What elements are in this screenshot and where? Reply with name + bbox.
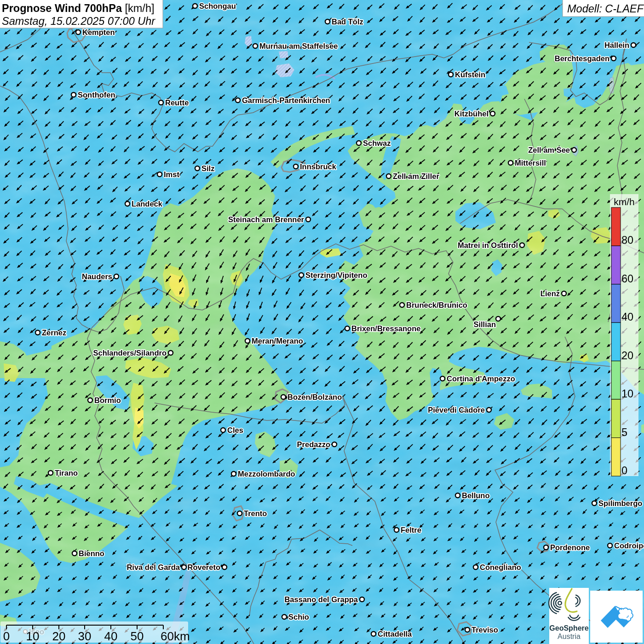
svg-text:Lienz: Lienz [540,289,560,298]
svg-text:Pieve di Cadore: Pieve di Cadore [428,406,485,414]
svg-text:Kufstein: Kufstein [455,70,485,79]
svg-text:Riva del Garda: Riva del Garda [126,563,180,571]
svg-text:Trento: Trento [244,509,267,518]
svg-text:0: 0 [3,629,10,643]
svg-text:Sillian: Sillian [473,320,496,328]
svg-text:10: 10 [621,388,633,400]
svg-text:Cles: Cles [227,426,243,434]
svg-text:GeoSphere: GeoSphere [549,624,588,632]
svg-text:80: 80 [621,234,633,246]
svg-text:Innsbruck: Innsbruck [300,162,337,171]
svg-text:Bassano del Grappa: Bassano del Grappa [284,595,358,604]
svg-text:Kempten: Kempten [82,28,115,36]
svg-text:30: 30 [78,629,92,643]
svg-text:0: 0 [621,465,627,477]
svg-text:Zell am Ziller: Zell am Ziller [393,172,439,180]
svg-text:Steinach am Brenner: Steinach am Brenner [228,215,305,224]
svg-text:Imst: Imst [164,170,179,178]
svg-text:5: 5 [621,426,627,438]
svg-text:60: 60 [621,273,633,285]
svg-text:Conegliano: Conegliano [480,563,521,571]
svg-text:Prognose Wind 700hPa [km/h]: Prognose Wind 700hPa [km/h] [2,2,154,14]
svg-text:Treviso: Treviso [472,626,498,634]
svg-text:Schio: Schio [288,613,309,621]
svg-text:Feltre: Feltre [401,526,421,534]
svg-text:Bormio: Bormio [94,396,121,404]
svg-text:Schwaz: Schwaz [363,139,391,147]
svg-text:Zell am See: Zell am See [528,146,570,154]
svg-text:Bienno: Bienno [79,549,104,558]
svg-text:Bozen/Bolzano: Bozen/Bolzano [288,393,342,401]
svg-text:Cittadella: Cittadella [378,630,412,638]
svg-text:Schongau: Schongau [199,2,236,10]
svg-text:Bad Tölz: Bad Tölz [332,17,363,26]
svg-text:Kitzbühel: Kitzbühel [454,109,489,118]
svg-text:Brixen/Bressanone: Brixen/Bressanone [351,324,420,333]
svg-text:Bruneck/Brunico: Bruneck/Brunico [406,301,467,309]
svg-text:Murnau am Staffelsee: Murnau am Staffelsee [259,42,338,50]
svg-text:Nauders: Nauders [82,272,112,281]
svg-text:km/h: km/h [614,196,635,207]
svg-text:20: 20 [621,350,633,362]
svg-text:Predazzo: Predazzo [297,440,330,448]
svg-text:Garmisch-Partenkirchen: Garmisch-Partenkirchen [242,96,330,104]
svg-text:Hallein: Hallein [604,41,629,49]
svg-text:Belluno: Belluno [462,491,490,500]
svg-text:Schlanders/Silandro: Schlanders/Silandro [93,349,167,357]
svg-text:Silz: Silz [201,164,214,172]
svg-text:Mezzolombardo: Mezzolombardo [238,470,295,478]
svg-text:Samstag, 15.02.2025 07:00 Uhr: Samstag, 15.02.2025 07:00 Uhr [2,15,155,27]
svg-text:Sonthofen: Sonthofen [78,91,115,99]
svg-text:10: 10 [26,629,40,643]
svg-text:Sterzing/Vipiteno: Sterzing/Vipiteno [305,271,367,279]
svg-text:40: 40 [104,629,118,643]
svg-text:Rovereto: Rovereto [187,563,220,571]
svg-text:Landeck: Landeck [132,200,163,208]
svg-text:60km: 60km [161,629,190,643]
svg-text:50: 50 [131,629,144,643]
svg-text:Matrei in Osttirol: Matrei in Osttirol [458,241,518,249]
svg-text:Cortina d'Ampezzo: Cortina d'Ampezzo [447,374,515,383]
svg-text:Reutte: Reutte [165,98,189,107]
svg-text:Tirano: Tirano [55,469,78,477]
svg-text:20: 20 [52,629,66,643]
svg-text:Zernez: Zernez [42,328,66,337]
svg-text:Austria: Austria [558,632,581,640]
svg-text:40: 40 [621,311,633,323]
svg-text:Pordenone: Pordenone [550,543,590,552]
svg-text:Spilimbergo: Spilimbergo [598,499,642,507]
svg-text:Meran/Merano: Meran/Merano [252,337,303,345]
svg-text:Berchtesgaden: Berchtesgaden [555,54,610,63]
svg-text:Mittersill: Mittersill [515,159,546,167]
svg-text:Modell: C-LAEF: Modell: C-LAEF [567,3,644,15]
svg-text:Codroipo: Codroipo [614,541,644,550]
